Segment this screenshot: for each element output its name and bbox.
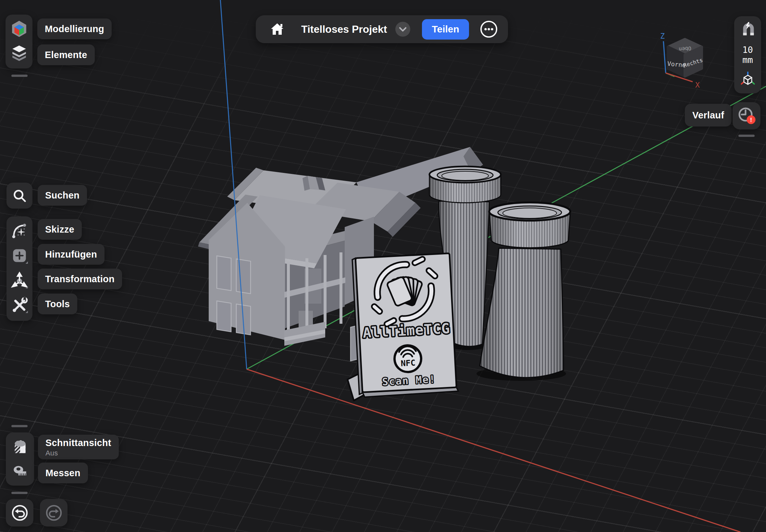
project-menu-button[interactable] bbox=[395, 22, 410, 37]
add-tool-button[interactable] bbox=[11, 247, 28, 266]
share-button[interactable]: Teilen bbox=[422, 19, 469, 40]
view-tools-panel bbox=[6, 432, 34, 486]
tower-model-right[interactable] bbox=[477, 202, 570, 381]
history-clock-icon: ! bbox=[736, 106, 757, 126]
transform-label[interactable]: Transformation bbox=[38, 269, 122, 289]
cube-x-label: X bbox=[695, 81, 700, 89]
redo-button[interactable] bbox=[40, 499, 67, 526]
measure-button[interactable] bbox=[11, 462, 29, 480]
tools-label[interactable]: Tools bbox=[38, 294, 77, 314]
history-label[interactable]: Verlauf bbox=[685, 104, 732, 127]
magnet-icon[interactable] bbox=[739, 22, 756, 39]
add-label[interactable]: Hinzufügen bbox=[38, 244, 104, 265]
cube-face-top: Oben bbox=[679, 45, 692, 52]
nfc-card-stand[interactable]: AllTimeTCG NFC Scan Me! bbox=[341, 253, 458, 401]
chevron-down-icon bbox=[399, 26, 407, 32]
measure-label[interactable]: Messen bbox=[38, 463, 88, 483]
sketch-tool-button[interactable] bbox=[11, 222, 28, 241]
elements-button[interactable] bbox=[10, 44, 28, 63]
axes-cube-icon[interactable] bbox=[739, 71, 756, 88]
move-arrows-icon bbox=[11, 272, 28, 289]
measure-tape-icon bbox=[11, 462, 29, 479]
section-view-state: Aus bbox=[45, 450, 58, 457]
cube-z-label: Z bbox=[660, 32, 665, 40]
undo-button[interactable] bbox=[6, 499, 33, 526]
undo-icon bbox=[11, 504, 29, 522]
tool-group-panel bbox=[6, 216, 32, 321]
modeling-mode-button[interactable] bbox=[10, 20, 28, 39]
panel-drag-handle-bottom-2[interactable] bbox=[11, 492, 28, 494]
snap-panel: 10 mm bbox=[734, 16, 761, 93]
spline-sketch-icon bbox=[11, 222, 28, 240]
ellipsis-circle-icon bbox=[480, 20, 498, 39]
search-label[interactable]: Suchen bbox=[38, 185, 87, 206]
nfc-badge: NFC bbox=[394, 345, 422, 373]
snap-value[interactable]: 10 mm bbox=[742, 45, 753, 65]
section-view-icon bbox=[11, 438, 29, 455]
wrench-icon bbox=[11, 296, 28, 314]
redo-icon bbox=[45, 504, 63, 522]
workspace-switcher-panel bbox=[6, 15, 32, 68]
plus-square-icon bbox=[11, 247, 28, 264]
cube-3d-icon bbox=[10, 20, 28, 38]
project-toolbar: Titelloses Projekt Teilen bbox=[256, 15, 508, 43]
panel-drag-handle-bottom-1[interactable] bbox=[11, 425, 28, 427]
section-view-label[interactable]: Schnittansicht Aus bbox=[38, 435, 119, 459]
transform-tool-button[interactable] bbox=[11, 272, 28, 290]
home-icon[interactable] bbox=[269, 21, 286, 38]
tools-button[interactable] bbox=[11, 296, 28, 315]
elements-label[interactable]: Elemente bbox=[37, 44, 95, 65]
history-button[interactable]: ! bbox=[733, 102, 760, 129]
panel-drag-handle-top[interactable] bbox=[11, 75, 28, 77]
shapr3d-workspace: AllTimeTCG NFC Scan Me! bbox=[0, 0, 766, 532]
axis-x-red bbox=[247, 369, 740, 532]
panel-drag-handle-right[interactable] bbox=[738, 135, 755, 137]
project-title[interactable]: Titelloses Projekt bbox=[301, 23, 387, 35]
section-view-button[interactable] bbox=[11, 438, 29, 456]
modeling-mode-label[interactable]: Modellierung bbox=[37, 18, 112, 39]
layers-icon bbox=[10, 44, 28, 62]
sketch-label[interactable]: Skizze bbox=[38, 219, 82, 240]
search-icon bbox=[11, 187, 28, 204]
more-options-button[interactable] bbox=[480, 20, 498, 39]
orientation-cube[interactable]: Z X Oben Vorne Rechts bbox=[656, 31, 717, 94]
svg-text:!: ! bbox=[750, 116, 752, 123]
svg-text:NFC: NFC bbox=[401, 358, 416, 368]
search-button[interactable] bbox=[6, 183, 32, 209]
